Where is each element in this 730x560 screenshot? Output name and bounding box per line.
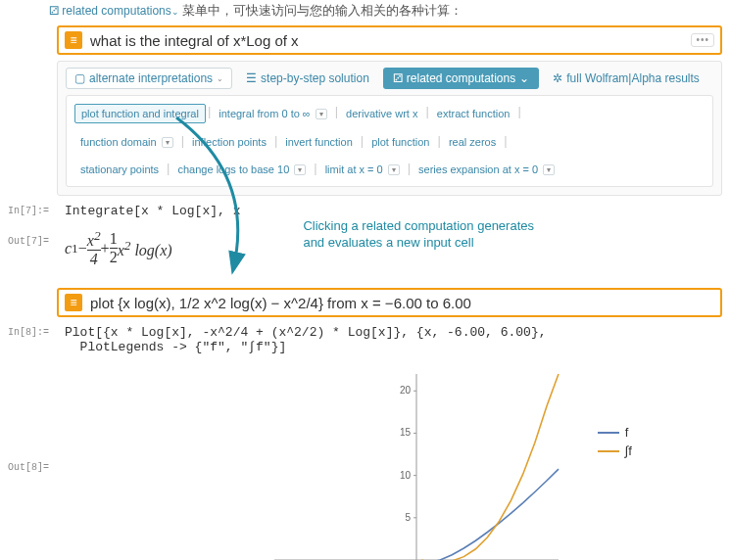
svg-text:20: 20: [400, 386, 412, 397]
chart-svg: -6-4-22465101520: [245, 364, 568, 560]
query-text-2: plot {x log(x), 1/2 x^2 log(x) − x^2/4} …: [90, 295, 714, 311]
svg-text:15: 15: [400, 428, 412, 439]
chip-series-0[interactable]: series expansion at x = 0▾: [413, 161, 560, 178]
chip-invert-function[interactable]: invert function: [279, 133, 358, 151]
alternate-interpretations-button[interactable]: ▢ alternate interpretations⌄: [66, 68, 232, 89]
svg-text:10: 10: [400, 470, 412, 481]
legend-line-intf: [598, 450, 619, 452]
chip-limit-0[interactable]: limit at x = 0▾: [319, 161, 406, 178]
chip-base10[interactable]: change logs to base 10▾: [172, 161, 313, 178]
query-cell-1[interactable]: ≡ what is the integral of x*Log of x •••: [57, 25, 722, 55]
in8-label: In[8]:=: [8, 327, 49, 338]
intro-text: ⚂ related computations⌄ 菜单中，可快速访问与您的输入相关…: [0, 0, 730, 25]
chip-real-zeros[interactable]: real zeros: [443, 133, 502, 151]
wolfram-icon: ≡: [65, 31, 82, 49]
chip-plot-function[interactable]: plot function: [365, 133, 435, 151]
chip-integral-0-inf[interactable]: integral from 0 to ∞▾: [213, 104, 332, 123]
related-chips: plot function and integral| integral fro…: [66, 95, 713, 187]
legend-line-f: [598, 432, 619, 434]
code-in8[interactable]: Plot[{x * Log[x], -x^2/4 + (x^2/2) * Log…: [57, 319, 722, 358]
chip-inflection-points[interactable]: inflection points: [186, 133, 272, 151]
ellipsis-icon[interactable]: •••: [691, 33, 714, 47]
chip-extract-function[interactable]: extract function: [431, 104, 516, 123]
suggestion-toolbar: ▢ alternate interpretations⌄ ☰ step-by-s…: [57, 61, 722, 196]
legend-item-intf: ∫f: [598, 443, 632, 458]
out7-label: Out[7]=: [8, 236, 49, 247]
wolfram-icon: ≡: [65, 294, 82, 311]
chip-derivative[interactable]: derivative wrt x: [340, 104, 423, 123]
legend-item-f: f: [598, 425, 632, 440]
chip-plot-function-integral[interactable]: plot function and integral: [74, 104, 206, 123]
plot-output: -6-4-22465101520 f ∫f: [245, 364, 730, 560]
step-by-step-button[interactable]: ☰ step-by-step solution: [242, 70, 373, 87]
out8-label: Out[8]=: [8, 462, 49, 473]
chip-stationary-points[interactable]: stationary points: [74, 161, 165, 178]
related-computations-button[interactable]: ⚂ related computations⌄: [383, 68, 539, 89]
full-results-button[interactable]: ✲ full Wolfram|Alpha results: [549, 70, 704, 87]
svg-text:5: 5: [405, 512, 411, 523]
in7-label: In[7]:=: [8, 206, 49, 216]
query-text-1: what is the integral of x*Log of x: [90, 32, 691, 49]
annotation-text: Clicking a related computation generates…: [303, 218, 534, 252]
chip-function-domain[interactable]: function domain▾: [74, 133, 179, 151]
legend: f ∫f: [598, 425, 632, 462]
related-computations-inline: ⚂ related computations⌄: [49, 4, 179, 18]
query-cell-2[interactable]: ≡ plot {x log(x), 1/2 x^2 log(x) − x^2/4…: [57, 288, 722, 317]
